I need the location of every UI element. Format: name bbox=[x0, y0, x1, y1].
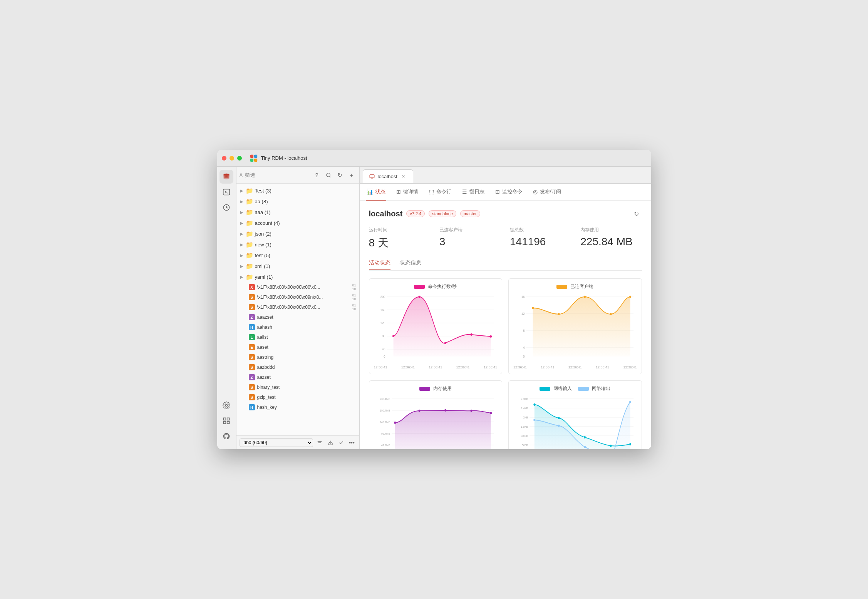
sidebar-icon-settings[interactable] bbox=[220, 398, 233, 412]
svg-text:190.7MB: 190.7MB bbox=[380, 408, 390, 412]
network-chart-header: 网络输入 网络输出 bbox=[513, 385, 637, 392]
clients-chart-x-labels: 12:36:41 12:36:41 12:36:41 12:36:41 12:3… bbox=[513, 365, 637, 369]
key-item-binary1[interactable]: X \x1F\x8B\x08\x00\x00\x00\x0... 0110 bbox=[236, 282, 359, 292]
key-item-hash-key[interactable]: H hash_key bbox=[236, 402, 359, 412]
maximize-button[interactable] bbox=[237, 156, 242, 161]
tab-localhost[interactable]: localhost ✕ bbox=[363, 169, 413, 183]
refresh-status-button[interactable]: ↻ bbox=[631, 208, 642, 219]
filter-label: A bbox=[240, 172, 243, 178]
network-chart-container: 网络输入 网络输出 bbox=[508, 380, 642, 449]
network-in-legend bbox=[540, 387, 550, 391]
svg-rect-11 bbox=[224, 422, 226, 424]
stat-clients-value: 3 bbox=[439, 236, 501, 248]
filter-keys-button[interactable] bbox=[315, 438, 324, 447]
db-select[interactable]: db0 (60/60) bbox=[240, 438, 313, 447]
tab-close-button[interactable]: ✕ bbox=[400, 174, 407, 180]
tree-folder-json[interactable]: ▶ 📁 json (2) bbox=[236, 228, 359, 239]
activity-tab-info[interactable]: 状态信息 bbox=[400, 259, 421, 270]
key-item-aaazset[interactable]: Z aaazset bbox=[236, 312, 359, 322]
clients-chart-header: 已连客户端 bbox=[513, 283, 637, 290]
nav-tab-status[interactable]: 📊 状态 bbox=[366, 184, 386, 201]
check-button[interactable] bbox=[337, 438, 345, 447]
export-button[interactable] bbox=[326, 438, 335, 447]
traffic-lights bbox=[222, 156, 242, 161]
key-item-aastring[interactable]: S aastring bbox=[236, 352, 359, 362]
sidebar-icon-github[interactable] bbox=[220, 429, 233, 443]
svg-point-82 bbox=[558, 417, 560, 419]
sidebar-icon-terminal[interactable] bbox=[220, 185, 233, 199]
svg-point-90 bbox=[629, 401, 631, 403]
key-item-aahash[interactable]: H aahash bbox=[236, 322, 359, 332]
cmd-chart-legend bbox=[414, 285, 425, 289]
svg-point-36 bbox=[470, 333, 472, 336]
sidebar-icon-database[interactable] bbox=[220, 170, 233, 184]
svg-point-81 bbox=[533, 403, 535, 406]
tree-folder-new[interactable]: ▶ 📁 new (1) bbox=[236, 239, 359, 250]
svg-text:143.1MB: 143.1MB bbox=[380, 420, 390, 424]
stat-keys-value: 141196 bbox=[510, 236, 571, 248]
svg-point-48 bbox=[558, 313, 560, 315]
cmd-chart-container: 命令执行数/秒 bbox=[369, 278, 503, 374]
svg-point-83 bbox=[584, 436, 586, 438]
svg-point-35 bbox=[444, 342, 446, 344]
tree-folder-test[interactable]: ▶ 📁 Test (3) bbox=[236, 185, 359, 196]
svg-text:80: 80 bbox=[382, 334, 385, 338]
key-item-gzip-test[interactable]: S gzip_test bbox=[236, 392, 359, 402]
key-item-aazbddd[interactable]: S aazbddd bbox=[236, 362, 359, 372]
tree-toolbar: A ? ↻ + bbox=[236, 167, 359, 184]
svg-rect-9 bbox=[224, 418, 226, 420]
svg-text:160: 160 bbox=[380, 308, 385, 312]
key-item-aazset[interactable]: Z aazset bbox=[236, 372, 359, 382]
tree-content: ▶ 📁 Test (3) ▶ 📁 aa (8) ▶ 📁 aaa (1) ▶ 📁 bbox=[236, 184, 359, 435]
sidebar-icon-history[interactable] bbox=[220, 201, 233, 214]
tree-folder-xml[interactable]: ▶ 📁 xml (1) bbox=[236, 261, 359, 271]
help-button[interactable]: ? bbox=[312, 171, 322, 180]
stat-memory: 内存使用 225.84 MB bbox=[580, 227, 642, 250]
refresh-tree-button[interactable]: ↻ bbox=[335, 171, 345, 180]
filter-input[interactable] bbox=[245, 172, 310, 178]
nav-tab-key-details[interactable]: ⊞ 键详情 bbox=[395, 184, 419, 201]
cmd-chart-header: 命令执行数/秒 bbox=[374, 283, 498, 290]
tree-folder-yaml[interactable]: ▶ 📁 yaml (1) bbox=[236, 271, 359, 282]
role-badge: master bbox=[460, 210, 480, 217]
svg-point-66 bbox=[470, 410, 472, 412]
version-badge: v7.2.4 bbox=[406, 210, 425, 217]
svg-text:40: 40 bbox=[382, 347, 385, 351]
svg-rect-19 bbox=[370, 174, 374, 177]
status-content: localhost v7.2.4 standalone master ↻ 运行时… bbox=[360, 201, 651, 449]
minimize-button[interactable] bbox=[230, 156, 234, 161]
activity-tabs: 活动状态 状态信息 bbox=[369, 259, 642, 271]
nav-tab-pubsub[interactable]: ◎ 发布/订阅 bbox=[532, 184, 562, 201]
activity-tab-active[interactable]: 活动状态 bbox=[369, 259, 390, 270]
close-button[interactable] bbox=[222, 156, 226, 161]
svg-rect-3 bbox=[254, 158, 257, 161]
key-item-aaset[interactable]: E aaset bbox=[236, 342, 359, 352]
titlebar: Tiny RDM - localhost bbox=[217, 150, 651, 167]
clients-chart-title: 已连客户端 bbox=[570, 283, 593, 290]
tree-folder-aa[interactable]: ▶ 📁 aa (8) bbox=[236, 196, 359, 207]
tree-folder-test2[interactable]: ▶ 📁 test (5) bbox=[236, 250, 359, 261]
svg-text:8: 8 bbox=[523, 328, 525, 333]
network-out-legend bbox=[578, 387, 589, 391]
tree-folder-account[interactable]: ▶ 📁 account (4) bbox=[236, 218, 359, 228]
more-button[interactable]: ••• bbox=[348, 438, 356, 447]
nav-tab-monitor[interactable]: ⊡ 监控命令 bbox=[494, 184, 523, 201]
svg-text:16: 16 bbox=[521, 294, 525, 299]
key-item-aalist[interactable]: L aalist bbox=[236, 332, 359, 342]
add-key-button[interactable]: + bbox=[347, 171, 356, 180]
nav-tab-command-line[interactable]: ⬚ 命令行 bbox=[428, 184, 452, 201]
sidebar-icons bbox=[217, 167, 236, 449]
key-item-binary-test[interactable]: S binary_test bbox=[236, 382, 359, 392]
svg-rect-0 bbox=[250, 154, 253, 157]
sidebar-icon-grid[interactable] bbox=[220, 414, 233, 428]
svg-text:500B: 500B bbox=[522, 443, 528, 447]
search-button[interactable] bbox=[324, 171, 333, 180]
nav-tab-slow-log[interactable]: ☰ 慢日志 bbox=[461, 184, 485, 201]
svg-text:1000B: 1000B bbox=[520, 434, 528, 438]
svg-text:47.7MB: 47.7MB bbox=[381, 443, 390, 447]
key-item-binary3[interactable]: S \x1F\x8B\x08\x00\x00\x00\x0... 0110 bbox=[236, 302, 359, 312]
tree-folder-aaa[interactable]: ▶ 📁 aaa (1) bbox=[236, 207, 359, 218]
sidebar-icons-bottom bbox=[220, 398, 233, 446]
svg-text:12: 12 bbox=[521, 311, 525, 316]
key-item-binary2[interactable]: S \x1F\x8B\x08\x00\x00\x09n\x8... 0110 bbox=[236, 292, 359, 302]
